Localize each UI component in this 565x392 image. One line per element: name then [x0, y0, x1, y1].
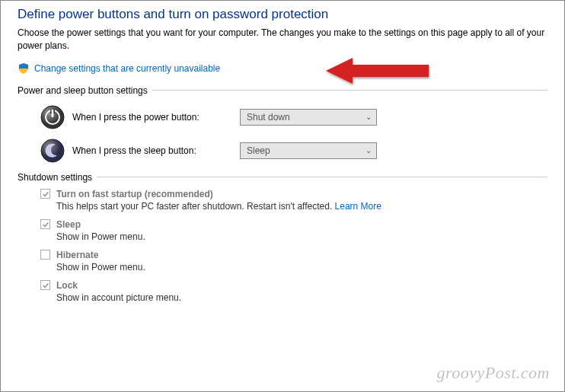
divider: [97, 177, 547, 177]
chevron-down-icon: ⌄: [365, 146, 372, 155]
power-button-row: When I press the power button: Shut down…: [40, 105, 547, 129]
fast-startup-item: Turn on fast startup (recommended) This …: [40, 189, 547, 212]
fast-startup-sub: This helps start your PC faster after sh…: [56, 201, 547, 212]
chevron-down-icon: ⌄: [365, 113, 372, 121]
power-button-label: When I press the power button:: [72, 112, 232, 123]
divider: [152, 90, 547, 91]
fast-startup-checkbox[interactable]: [40, 189, 50, 199]
hibernate-checkbox[interactable]: [40, 250, 50, 260]
shutdown-settings-list: Turn on fast startup (recommended) This …: [40, 189, 547, 303]
sleep-button-dropdown[interactable]: Sleep ⌄: [240, 142, 377, 159]
sleep-button-label: When I press the sleep button:: [72, 145, 232, 156]
hibernate-title: Hibernate: [56, 250, 98, 260]
fast-startup-title: Turn on fast startup (recommended): [56, 189, 213, 199]
svg-marker-0: [326, 58, 429, 84]
lock-title: Lock: [56, 280, 78, 291]
learn-more-link[interactable]: Learn More: [335, 201, 381, 212]
power-icon: [40, 105, 65, 129]
power-button-dropdown[interactable]: Shut down ⌄: [240, 109, 377, 126]
dropdown-value: Sleep: [247, 145, 270, 156]
lock-checkbox[interactable]: [40, 280, 50, 290]
lock-item: Lock Show in account picture menu.: [40, 280, 547, 303]
shield-icon: [18, 62, 30, 75]
dropdown-value: Shut down: [247, 112, 290, 123]
sleep-checkbox[interactable]: [40, 219, 50, 229]
lock-sub: Show in account picture menu.: [56, 292, 547, 303]
section-title: Power and sleep button settings: [18, 85, 148, 96]
watermark: groovyPost.com: [436, 363, 550, 383]
sleep-title: Sleep: [56, 219, 81, 230]
section-title: Shutdown settings: [18, 172, 92, 183]
admin-link-row: Change settings that are currently unava…: [18, 62, 547, 75]
sleep-button-row: When I press the sleep button: Sleep ⌄: [40, 139, 547, 163]
section-shutdown: Shutdown settings: [18, 172, 547, 183]
svg-point-6: [41, 139, 64, 162]
section-power-sleep: Power and sleep button settings: [18, 85, 547, 96]
hibernate-sub: Show in Power menu.: [56, 262, 547, 272]
sleep-item: Sleep Show in Power menu.: [40, 219, 547, 242]
change-settings-link[interactable]: Change settings that are currently unava…: [34, 63, 220, 74]
hibernate-item: Hibernate Show in Power menu.: [40, 250, 547, 272]
sleep-icon: [40, 139, 65, 163]
page-title: Define power buttons and turn on passwor…: [18, 7, 547, 22]
sleep-sub: Show in Power menu.: [56, 231, 547, 242]
page-description: Choose the power settings that you want …: [18, 27, 547, 53]
